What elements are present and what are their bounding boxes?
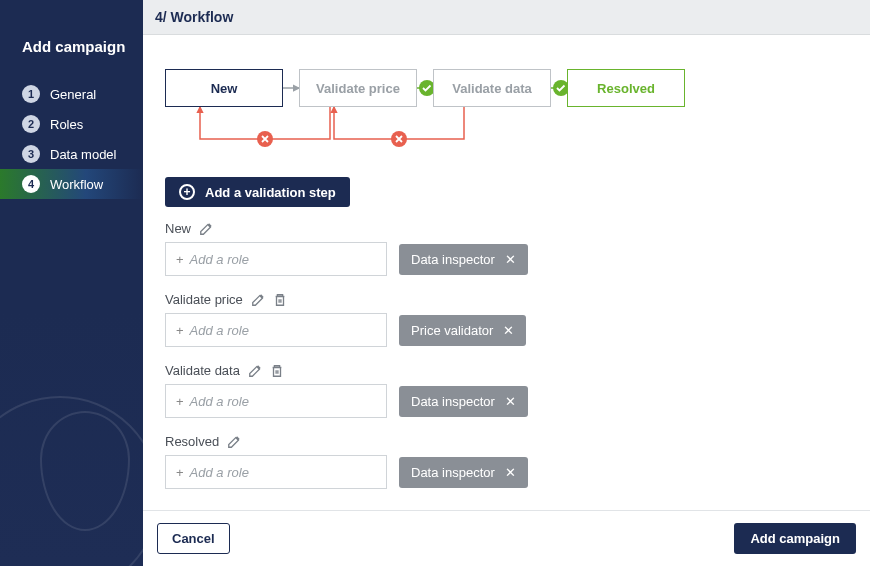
sidebar-item-label: Roles (50, 117, 83, 132)
sidebar-item-label: Data model (50, 147, 116, 162)
role-chip-label: Data inspector (411, 394, 495, 409)
sidebar: Add campaign 1 General 2 Roles 3 Data mo… (0, 0, 143, 566)
workflow-node-new[interactable]: New (165, 69, 283, 107)
step-number-icon: 2 (22, 115, 40, 133)
step-header: New (165, 221, 870, 236)
page-header: 4/ Workflow (143, 0, 870, 35)
plus-icon: + (176, 323, 184, 338)
remove-role-icon[interactable]: ✕ (503, 323, 514, 338)
cancel-button[interactable]: Cancel (157, 523, 230, 554)
add-validation-step-button[interactable]: + Add a validation step (165, 177, 350, 207)
remove-role-icon[interactable]: ✕ (505, 465, 516, 480)
edit-icon[interactable] (199, 222, 213, 236)
workflow-node-validate-data[interactable]: Validate data (433, 69, 551, 107)
sidebar-title: Add campaign (0, 0, 143, 79)
step-group-resolved: Resolved + Add a role Data inspector ✕ (165, 434, 870, 489)
step-group-new: New + Add a role Data inspector ✕ (165, 221, 870, 276)
role-chip: Price validator ✕ (399, 315, 526, 346)
step-number-icon: 4 (22, 175, 40, 193)
role-chip: Data inspector ✕ (399, 386, 528, 417)
step-group-validate-data: Validate data + Add a role Data inspecto… (165, 363, 870, 418)
step-row: + Add a role Data inspector ✕ (165, 384, 870, 418)
sidebar-item-workflow[interactable]: 4 Workflow (0, 169, 143, 199)
sidebar-item-roles[interactable]: 2 Roles (0, 109, 143, 139)
add-role-placeholder: Add a role (190, 323, 249, 338)
sidebar-item-label: General (50, 87, 96, 102)
add-campaign-button[interactable]: Add campaign (734, 523, 856, 554)
role-chip: Data inspector ✕ (399, 244, 528, 275)
step-header: Validate price (165, 292, 870, 307)
role-chip: Data inspector ✕ (399, 457, 528, 488)
plus-icon: + (176, 252, 184, 267)
add-role-input[interactable]: + Add a role (165, 313, 387, 347)
delete-icon[interactable] (270, 364, 284, 378)
step-name: Resolved (165, 434, 219, 449)
add-step-label: Add a validation step (205, 185, 336, 200)
step-row: + Add a role Data inspector ✕ (165, 242, 870, 276)
plus-circle-icon: + (179, 184, 195, 200)
sidebar-item-data-model[interactable]: 3 Data model (0, 139, 143, 169)
workflow-diagram: New Validate price Validate data Resolve… (165, 57, 870, 177)
edit-icon[interactable] (227, 435, 241, 449)
edit-icon[interactable] (251, 293, 265, 307)
plus-icon: + (176, 394, 184, 409)
step-row: + Add a role Price validator ✕ (165, 313, 870, 347)
remove-role-icon[interactable]: ✕ (505, 394, 516, 409)
remove-role-icon[interactable]: ✕ (505, 252, 516, 267)
role-chip-label: Price validator (411, 323, 493, 338)
step-name: Validate data (165, 363, 240, 378)
step-header: Validate data (165, 363, 870, 378)
role-chip-label: Data inspector (411, 252, 495, 267)
step-group-validate-price: Validate price + Add a role Price valida… (165, 292, 870, 347)
step-name: Validate price (165, 292, 243, 307)
workflow-node-resolved[interactable]: Resolved (567, 69, 685, 107)
main: 4/ Workflow (143, 0, 870, 566)
add-role-placeholder: Add a role (190, 394, 249, 409)
step-row: + Add a role Data inspector ✕ (165, 455, 870, 489)
add-role-input[interactable]: + Add a role (165, 455, 387, 489)
role-chip-label: Data inspector (411, 465, 495, 480)
add-role-input[interactable]: + Add a role (165, 242, 387, 276)
breadcrumb: 4/ Workflow (155, 9, 233, 25)
step-name: New (165, 221, 191, 236)
edit-icon[interactable] (248, 364, 262, 378)
add-role-placeholder: Add a role (190, 252, 249, 267)
sidebar-item-label: Workflow (50, 177, 103, 192)
sidebar-item-general[interactable]: 1 General (0, 79, 143, 109)
step-number-icon: 3 (22, 145, 40, 163)
footer: Cancel Add campaign (143, 510, 870, 566)
step-number-icon: 1 (22, 85, 40, 103)
workflow-node-validate-price[interactable]: Validate price (299, 69, 417, 107)
sidebar-nav: 1 General 2 Roles 3 Data model 4 Workflo… (0, 79, 143, 199)
plus-icon: + (176, 465, 184, 480)
add-role-input[interactable]: + Add a role (165, 384, 387, 418)
content: New Validate price Validate data Resolve… (143, 35, 870, 510)
add-role-placeholder: Add a role (190, 465, 249, 480)
step-header: Resolved (165, 434, 870, 449)
delete-icon[interactable] (273, 293, 287, 307)
